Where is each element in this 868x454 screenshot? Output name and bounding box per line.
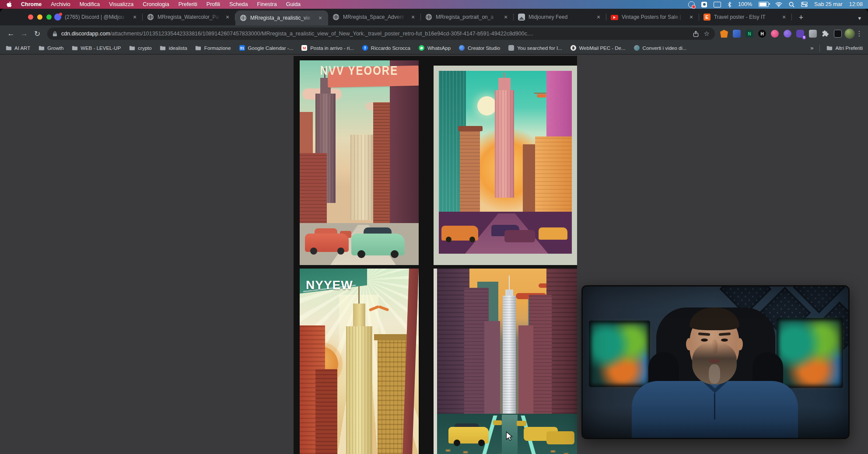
bookmark-video-converter[interactable]: Converti i video di... bbox=[634, 45, 687, 51]
bookmark-folder-formazione[interactable]: Formazione bbox=[195, 45, 231, 51]
left-monitor bbox=[589, 321, 650, 387]
poster-top-left: NVV YEOORE bbox=[300, 60, 419, 265]
purple-extension-icon[interactable] bbox=[784, 30, 791, 38]
bookmark-whatsapp[interactable]: WhatsApp bbox=[418, 45, 451, 51]
extensions-puzzle-icon[interactable] bbox=[822, 30, 829, 38]
battery-icon[interactable] bbox=[759, 2, 769, 7]
gray-extension-icon[interactable] bbox=[809, 30, 817, 38]
menubar-clock[interactable]: 12:08 bbox=[849, 1, 863, 7]
tab-midjourney-feed[interactable]: Midjourney Feed × bbox=[514, 9, 606, 25]
menu-item-chrome[interactable]: Chrome bbox=[21, 1, 42, 7]
midjourney-grid-image[interactable]: NVV YEOORE bbox=[294, 56, 577, 454]
tab-watercolor[interactable]: MRregista_Watercolor_Pa × bbox=[143, 9, 235, 25]
webcam-overlay[interactable] bbox=[581, 285, 850, 439]
menu-item-preferiti[interactable]: Preferiti bbox=[178, 1, 197, 7]
tab-etsy[interactable]: E Travel poster - Etsy IT × bbox=[699, 9, 792, 25]
forward-button[interactable]: → bbox=[18, 27, 31, 40]
art-wheel bbox=[391, 250, 399, 258]
control-center-icon[interactable] bbox=[801, 2, 808, 7]
chrome-menu-kebab-icon[interactable]: ⋮ bbox=[855, 30, 864, 38]
tab-close-icon[interactable]: × bbox=[688, 14, 695, 21]
art-building bbox=[546, 71, 572, 146]
poster-bottom-right bbox=[434, 269, 577, 454]
menu-item-guida[interactable]: Guida bbox=[286, 1, 301, 7]
tab-close-icon[interactable]: × bbox=[595, 14, 602, 21]
bookmark-folder-crypto[interactable]: crypto bbox=[129, 45, 151, 51]
bookmark-label: AI ART bbox=[14, 45, 30, 51]
purple-badge-extension-icon[interactable]: 5 bbox=[796, 30, 804, 38]
poster-bottom-left: NYYEW bbox=[300, 269, 419, 454]
presenter-eye bbox=[721, 339, 728, 342]
display-icon[interactable] bbox=[714, 2, 721, 7]
close-window-button[interactable] bbox=[28, 14, 33, 20]
metamask-extension-icon[interactable] bbox=[720, 30, 728, 38]
menubar-date[interactable]: Sab 25 mar bbox=[814, 1, 843, 7]
poster-title: NVV YEOORE bbox=[300, 60, 419, 83]
creator-studio-icon bbox=[458, 45, 465, 51]
minimize-window-button[interactable] bbox=[37, 14, 42, 20]
menu-item-modifica[interactable]: Modifica bbox=[80, 1, 100, 7]
share-icon[interactable] bbox=[693, 31, 699, 37]
tab-discord[interactable]: (2765) Discord | @Midjou × bbox=[50, 9, 143, 25]
black-h-extension-icon[interactable]: H bbox=[758, 30, 766, 38]
monitor-screen bbox=[779, 320, 841, 386]
bookmark-facebook[interactable]: f Riccardo Scrocca bbox=[362, 45, 410, 51]
back-button[interactable]: ← bbox=[4, 27, 18, 40]
omnibox[interactable]: cdn.discordapp.com /attachments/10135123… bbox=[47, 28, 715, 40]
bookmark-gmail[interactable]: M Posta in arrivo - ri... bbox=[301, 45, 354, 51]
tab-close-icon[interactable]: × bbox=[780, 14, 788, 21]
tab-realistic-view-active[interactable]: MRregista_a_realistic_vie × bbox=[235, 10, 328, 25]
image-feed-favicon bbox=[518, 14, 525, 21]
wifi-icon[interactable] bbox=[775, 2, 782, 7]
art-helicopter bbox=[537, 94, 546, 98]
poster-top-right bbox=[434, 66, 577, 265]
spotlight-icon[interactable] bbox=[789, 2, 794, 7]
extension-badge: 5 bbox=[802, 35, 806, 39]
apple-icon[interactable] bbox=[6, 1, 12, 8]
bookmark-label: Converti i video di... bbox=[643, 45, 687, 51]
bookmark-folder-web-level-up[interactable]: WEB - LEVEL-UP bbox=[71, 45, 121, 51]
bookmark-creator-studio[interactable]: Creator Studio bbox=[458, 45, 500, 51]
bookmark-label: WhatsApp bbox=[427, 45, 451, 51]
profile-avatar[interactable] bbox=[844, 28, 855, 39]
pink-key-extension-icon[interactable] bbox=[771, 30, 779, 38]
tab-close-icon[interactable]: × bbox=[410, 14, 416, 21]
dark-extension-icon[interactable] bbox=[834, 30, 842, 38]
bookmark-label: Riccardo Scrocca bbox=[371, 45, 410, 51]
bluetooth-icon[interactable] bbox=[728, 2, 732, 7]
art-reflection-dots bbox=[446, 450, 450, 451]
menu-item-archivio[interactable]: Archivio bbox=[51, 1, 70, 7]
blue-extension-icon[interactable] bbox=[733, 30, 741, 38]
other-bookmarks-folder[interactable]: Altri Preferiti bbox=[826, 45, 863, 51]
bookmark-you-searched[interactable]: You searched for I... bbox=[508, 45, 562, 51]
tab-search-chevron-icon[interactable]: ▾ bbox=[858, 15, 861, 21]
tab-close-icon[interactable]: × bbox=[224, 14, 231, 21]
menu-item-scheda[interactable]: Scheda bbox=[229, 1, 248, 7]
right-monitor bbox=[777, 318, 843, 388]
tab-portrait[interactable]: MRregista_portrait_on_a × bbox=[421, 9, 514, 25]
reload-button[interactable]: ↻ bbox=[31, 27, 44, 40]
tab-close-icon[interactable]: × bbox=[502, 14, 509, 21]
new-tab-button[interactable]: + bbox=[794, 11, 808, 24]
art-car bbox=[504, 230, 535, 242]
bookmarks-overflow-chevrons[interactable]: » bbox=[810, 45, 813, 51]
bookmark-folder-ai-art[interactable]: AI ART bbox=[5, 45, 30, 51]
video-converter-icon bbox=[634, 45, 640, 51]
tab-space-adventure[interactable]: MRregista_Space_Advent × bbox=[328, 9, 421, 25]
screen-recording-icon[interactable] bbox=[688, 1, 695, 8]
bookmark-folder-idealista[interactable]: idealista bbox=[160, 45, 187, 51]
menu-item-finestra[interactable]: Finestra bbox=[257, 1, 277, 7]
green-n-extension-icon[interactable]: N bbox=[746, 30, 753, 38]
tab-close-icon[interactable]: × bbox=[317, 14, 324, 21]
bookmark-webmail-pec[interactable]: WebMail PEC - De... bbox=[570, 45, 626, 51]
menu-item-profili[interactable]: Profili bbox=[206, 1, 220, 7]
bookmark-folder-growth[interactable]: Growth bbox=[38, 45, 63, 51]
shield-app-icon[interactable] bbox=[701, 2, 707, 7]
tab-vintage-posters[interactable]: Vintage Posters for Sale | × bbox=[606, 9, 699, 25]
menu-item-cronologia[interactable]: Cronologia bbox=[143, 1, 169, 7]
bookmark-google-calendar[interactable]: 31 Google Calendar -... bbox=[239, 45, 294, 51]
bookmark-star-icon[interactable]: ☆ bbox=[704, 30, 710, 38]
menu-item-visualizza[interactable]: Visualizza bbox=[109, 1, 133, 7]
tab-close-icon[interactable]: × bbox=[131, 14, 138, 21]
art-awning bbox=[458, 126, 483, 131]
